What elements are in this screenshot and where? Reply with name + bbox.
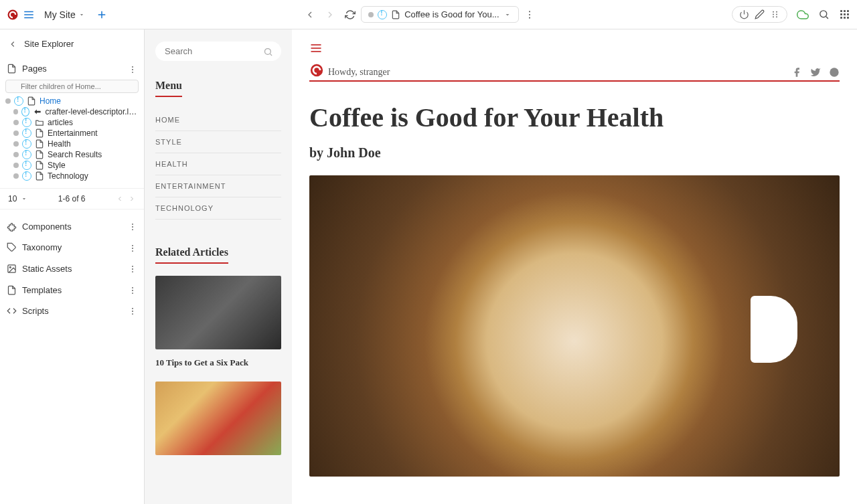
- edit-mode-group: [732, 6, 787, 23]
- tree-item[interactable]: Style: [5, 160, 139, 171]
- section-options[interactable]: [128, 284, 137, 295]
- section-static-assets[interactable]: Static Assets: [0, 258, 144, 280]
- google-plus-icon[interactable]: [829, 67, 840, 78]
- tree-item[interactable]: Technology: [5, 171, 139, 181]
- tree-item[interactable]: Search Results: [5, 149, 139, 160]
- section-components[interactable]: Components: [0, 216, 144, 238]
- site-explorer-panel: Site Explorer Pages Home crafter-level-d…: [0, 29, 145, 504]
- tree-item[interactable]: articles: [5, 117, 139, 128]
- menu-item-entertainment[interactable]: ENTERTAINMENT: [155, 175, 281, 197]
- svg-point-43: [132, 290, 133, 291]
- site-search[interactable]: [155, 41, 281, 61]
- tree-item[interactable]: Health: [5, 139, 139, 149]
- svg-point-12: [776, 14, 777, 15]
- pager-prev-button[interactable]: [116, 195, 124, 203]
- apps-grid-icon[interactable]: [839, 9, 850, 20]
- section-options[interactable]: [128, 306, 137, 317]
- tree-item[interactable]: crafter-level-descriptor.level.xml: [5, 106, 139, 117]
- filter-input[interactable]: [5, 80, 139, 93]
- publish-cloud-icon[interactable]: [797, 9, 809, 21]
- content-menu-icon[interactable]: [309, 41, 323, 55]
- menu-item-health[interactable]: HEALTH: [155, 153, 281, 175]
- svg-point-36: [132, 250, 133, 252]
- menu-item-home[interactable]: HOME: [155, 109, 281, 131]
- article-hero-image: [309, 175, 840, 477]
- section-options[interactable]: [128, 264, 137, 274]
- svg-rect-19: [840, 13, 842, 15]
- svg-line-49: [270, 54, 272, 56]
- article-byline: by John Doe: [309, 145, 840, 161]
- section-scripts[interactable]: Scripts: [0, 301, 144, 322]
- pager-next-button[interactable]: [128, 195, 136, 203]
- svg-rect-21: [847, 13, 849, 15]
- search-icon[interactable]: [818, 9, 830, 20]
- twitter-icon[interactable]: [810, 67, 821, 78]
- forward-button[interactable]: [325, 9, 335, 20]
- pages-section-header[interactable]: Pages: [0, 58, 144, 80]
- code-icon: [7, 306, 17, 316]
- site-logo-icon: [309, 63, 324, 78]
- preview-sidebar: Menu HOME STYLE HEALTH ENTERTAINMENT TEC…: [145, 29, 292, 504]
- address-bar[interactable]: Coffee is Good for You...: [361, 6, 518, 23]
- svg-point-40: [132, 268, 133, 270]
- article-title: Coffee is Good for Your Health: [309, 102, 840, 133]
- main-menu-icon[interactable]: [23, 9, 35, 21]
- svg-point-27: [132, 72, 133, 73]
- svg-point-32: [132, 229, 133, 230]
- drag-icon[interactable]: [770, 9, 780, 19]
- pencil-icon[interactable]: [755, 9, 765, 19]
- svg-point-45: [132, 308, 133, 309]
- pages-options-button[interactable]: [128, 64, 137, 74]
- svg-rect-16: [840, 10, 842, 12]
- svg-rect-22: [840, 17, 842, 19]
- facebook-icon[interactable]: [791, 67, 802, 78]
- svg-point-39: [132, 266, 133, 267]
- section-options[interactable]: [128, 242, 137, 253]
- workflow-status-icon: [378, 10, 387, 19]
- tag-icon: [7, 242, 17, 252]
- image-icon: [7, 264, 17, 274]
- svg-point-47: [132, 314, 133, 315]
- menu-item-technology[interactable]: TECHNOLOGY: [155, 197, 281, 220]
- svg-point-10: [773, 16, 774, 17]
- section-taxonomy[interactable]: Taxonomy: [0, 237, 144, 258]
- tree-item[interactable]: Entertainment: [5, 128, 139, 139]
- page-size-selector[interactable]: 10: [8, 194, 27, 203]
- page-options-button[interactable]: [524, 9, 535, 20]
- section-options[interactable]: [128, 222, 137, 232]
- svg-point-35: [132, 248, 133, 249]
- svg-point-14: [820, 11, 827, 17]
- power-icon[interactable]: [739, 9, 749, 19]
- related-article-image: [155, 276, 281, 349]
- search-input[interactable]: [165, 46, 257, 56]
- svg-point-41: [132, 271, 133, 272]
- pages-label: Pages: [22, 64, 47, 74]
- menu-item-style[interactable]: STYLE: [155, 131, 281, 153]
- related-article[interactable]: [155, 382, 281, 455]
- chevron-down-icon: [78, 11, 85, 18]
- site-selector[interactable]: My Site: [44, 9, 85, 20]
- top-bar: My Site Coffee is Good for You...: [0, 0, 857, 29]
- related-article-image: [155, 382, 281, 455]
- svg-point-44: [132, 292, 133, 294]
- related-article[interactable]: 10 Tips to Get a Six Pack: [155, 276, 281, 368]
- site-explorer-title: Site Explorer: [24, 39, 74, 49]
- svg-point-8: [773, 11, 774, 13]
- back-button[interactable]: [305, 9, 315, 20]
- tree-pager: 10 1-6 of 6: [0, 188, 144, 209]
- explorer-back-button[interactable]: [8, 39, 17, 49]
- svg-point-5: [528, 11, 530, 12]
- svg-point-38: [9, 266, 11, 268]
- new-content-button[interactable]: [96, 9, 108, 21]
- reload-button[interactable]: [345, 9, 356, 20]
- crafter-logo-icon[interactable]: [7, 9, 19, 21]
- section-templates[interactable]: Templates: [0, 279, 144, 301]
- svg-point-46: [132, 311, 133, 312]
- svg-point-9: [773, 14, 774, 15]
- related-heading: Related Articles: [155, 246, 228, 264]
- greeting-text: Howdy, stranger: [328, 67, 390, 78]
- svg-point-48: [265, 49, 271, 55]
- svg-point-26: [132, 69, 133, 70]
- tree-item-home[interactable]: Home: [5, 96, 139, 106]
- puzzle-icon: [7, 222, 17, 232]
